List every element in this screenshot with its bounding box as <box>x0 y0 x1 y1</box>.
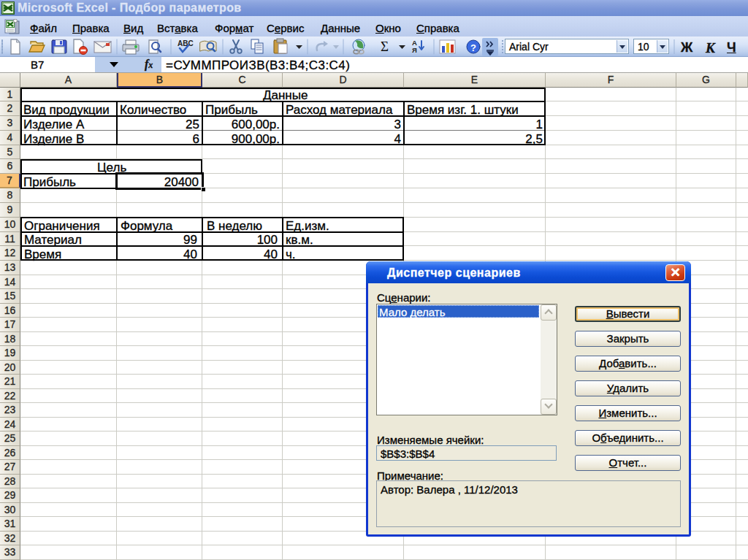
svg-text:ABC: ABC <box>178 39 194 47</box>
svg-text:Я: Я <box>412 46 417 54</box>
svg-text:?: ? <box>470 42 476 53</box>
svg-text:Σ: Σ <box>381 39 389 54</box>
